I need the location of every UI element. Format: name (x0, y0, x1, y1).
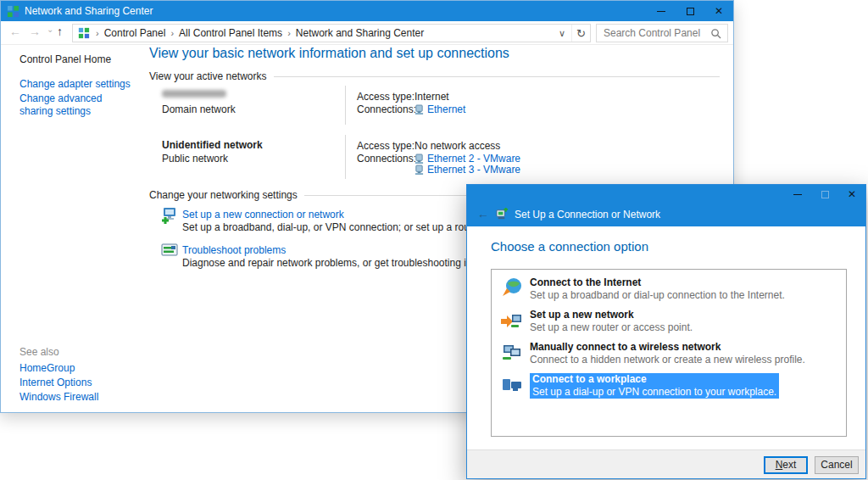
ethernet-icon (415, 165, 424, 176)
cancel-button[interactable]: Cancel (815, 456, 859, 474)
minimize-button[interactable] (647, 1, 676, 21)
sidebar-homegroup[interactable]: HomeGroup (19, 362, 75, 374)
breadcrumb-all-items[interactable]: All Control Panel Items (175, 27, 286, 39)
wizard-back-button: ← (477, 207, 489, 220)
network1-type: Domain network (162, 103, 236, 115)
wireless-network-icon (500, 341, 524, 365)
address-bar[interactable]: › Control Panel › All Control Panel Item… (72, 24, 591, 42)
option-desc: Set up a broadband or dial-up connection… (530, 289, 785, 302)
minimize-icon (657, 11, 665, 12)
option-title: Connect to a workplace (532, 373, 776, 386)
dialog-heading: Choose a connection option (491, 239, 648, 254)
sidebar-change-adapter-settings[interactable]: Change adapter settings (19, 78, 131, 90)
active-networks-section: View your active networks (149, 70, 720, 82)
network2-connection2-link[interactable]: Ethernet 3 - VMware (427, 164, 520, 176)
option-manual-wireless[interactable]: Manually connect to a wireless network C… (500, 341, 839, 370)
network2-access-value: No network access (415, 140, 500, 152)
dialog-title: Set Up a Connection or Network (515, 209, 660, 220)
page-title: View your basic network information and … (149, 46, 509, 61)
breadcrumb-separator-icon: › (94, 28, 101, 38)
nav-up-button[interactable]: ↑ (57, 25, 63, 37)
maximize-icon (821, 191, 829, 198)
network1-connection-link[interactable]: Ethernet (427, 103, 465, 115)
refresh-button[interactable]: ↻ (571, 25, 590, 42)
wizard-icon (496, 208, 509, 220)
titlebar[interactable]: Network and Sharing Center ✕ (1, 1, 733, 21)
ethernet-icon (415, 104, 424, 115)
troubleshoot-icon (160, 242, 179, 260)
close-icon: ✕ (715, 6, 723, 16)
address-dropdown-button[interactable]: ∨ (553, 25, 571, 42)
sidebar-internet-options[interactable]: Internet Options (19, 377, 92, 388)
cancel-button-label: Cancel (821, 459, 852, 471)
connection-options-list: Connect to the Internet Set up a broadba… (491, 269, 847, 437)
column-divider (345, 135, 346, 179)
sidebar-control-panel-home[interactable]: Control Panel Home (19, 53, 111, 65)
next-button[interactable]: Next (764, 456, 808, 474)
breadcrumb-network-sharing[interactable]: Network and Sharing Center (292, 27, 427, 39)
dialog-minimize-button[interactable] (784, 185, 811, 204)
ethernet-icon (415, 153, 424, 165)
network1-access-value: Internet (415, 91, 449, 103)
dialog-maximize-button (811, 185, 838, 204)
close-button[interactable]: ✕ (704, 1, 733, 21)
networking-settings-label: Change your networking settings (149, 189, 298, 201)
option-desc: Connect to a hidden network or create a … (530, 354, 805, 366)
dialog-footer: Next Cancel (467, 449, 865, 478)
next-button-label: Next (765, 457, 807, 473)
option-connect-internet[interactable]: Connect to the Internet Set up a broadba… (500, 276, 839, 305)
setup-connection-link[interactable]: Set up a new connection or network (182, 209, 344, 220)
troubleshoot-link[interactable]: Troubleshoot problems (182, 244, 286, 256)
network2-name: Unidentified network (162, 139, 263, 151)
option-connect-workplace[interactable]: Connect to a workplace Set up a dial-up … (500, 373, 839, 402)
breadcrumb-control-panel[interactable]: Control Panel (101, 27, 170, 39)
sidebar-change-advanced-sharing[interactable]: Change advanced sharing settings (19, 92, 131, 118)
redacted-network-name (162, 90, 226, 98)
network2-connection1-link[interactable]: Ethernet 2 - VMware (427, 153, 520, 165)
workplace-icon (500, 373, 524, 397)
sidebar-see-also-label: See also (19, 346, 59, 358)
option-desc: Set up a new router or access point. (530, 321, 693, 334)
section-divider (274, 76, 720, 77)
close-icon: ✕ (848, 189, 856, 199)
maximize-button[interactable] (676, 1, 704, 21)
breadcrumb-separator-icon: › (286, 28, 292, 38)
network2-type: Public network (162, 153, 228, 165)
access-type-label: Access type: (357, 91, 415, 103)
breadcrumb-separator-icon: › (169, 28, 175, 38)
search-icon (710, 28, 721, 39)
nav-forward-button[interactable]: → (29, 25, 41, 37)
option-title: Set up a new network (530, 309, 693, 321)
column-divider (345, 86, 346, 125)
selected-option-highlight: Connect to a workplace Set up a dial-up … (530, 373, 779, 399)
sidebar-windows-firewall[interactable]: Windows Firewall (19, 391, 98, 403)
nav-back-button[interactable]: ← (9, 25, 21, 37)
address-location-icon (78, 27, 90, 39)
search-box[interactable]: Search Control Panel (596, 24, 728, 42)
new-network-icon (500, 309, 524, 332)
option-desc: Set up a dial-up or VPN connection to yo… (532, 386, 776, 399)
setup-connection-dialog: ✕ ← Set Up a Connection or Network Choos… (466, 184, 866, 479)
option-title: Manually connect to a wireless network (530, 341, 805, 354)
search-placeholder: Search Control Panel (604, 27, 700, 39)
access-type-label: Access type: (357, 140, 415, 152)
network-sharing-center-icon (7, 5, 19, 18)
window-title: Network and Sharing Center (25, 5, 153, 17)
nav-history-dropdown[interactable]: ⌄ (47, 25, 53, 34)
dialog-close-button[interactable]: ✕ (838, 185, 865, 204)
option-title: Connect to the Internet (530, 276, 785, 289)
internet-globe-icon (500, 276, 524, 300)
active-networks-label: View your active networks (149, 70, 267, 82)
minimize-icon (793, 194, 802, 195)
maximize-icon (687, 8, 694, 15)
dialog-titlebar[interactable]: ✕ ← Set Up a Connection or Network (467, 185, 865, 226)
connections-label: Connections: (357, 103, 416, 115)
setup-connection-icon (160, 206, 179, 225)
navigation-toolbar: ← → ⌄ ↑ › Control Panel › All Control Pa… (1, 21, 733, 45)
option-setup-new-network[interactable]: Set up a new network Set up a new router… (500, 309, 839, 338)
connections-label: Connections: (357, 153, 416, 165)
